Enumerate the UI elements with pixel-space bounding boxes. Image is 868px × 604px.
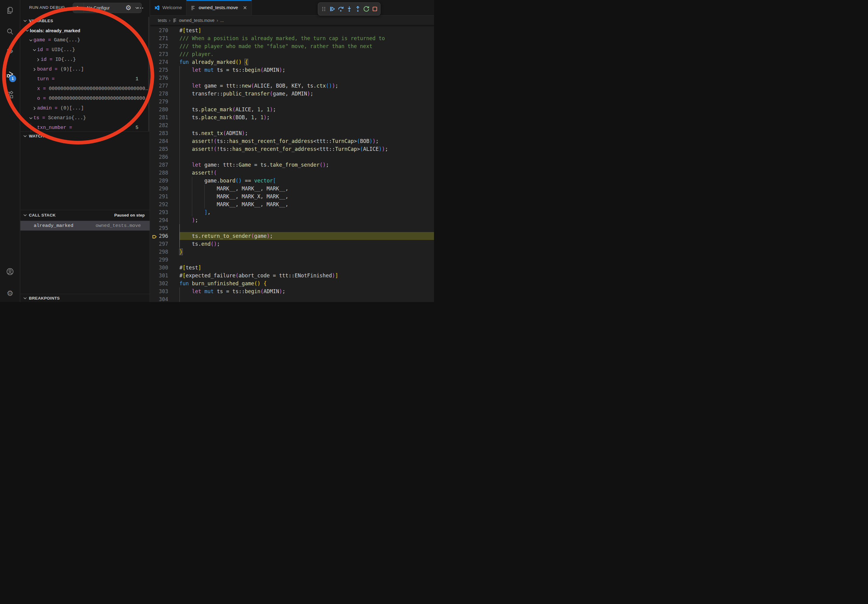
gutter[interactable]: 270	[150, 26, 180, 34]
breadcrumb-item[interactable]: tests	[158, 18, 167, 23]
gutter[interactable]: 295	[150, 224, 180, 232]
code-line-275[interactable]: 275 let mut ts = ts::begin(ADMIN);	[150, 66, 434, 74]
close-icon[interactable]	[243, 5, 247, 10]
activity-item-accounts[interactable]	[0, 264, 20, 280]
variable-row-board[interactable]: board = (9)[...]	[20, 65, 150, 74]
chevron-right-icon[interactable]	[35, 57, 41, 62]
code-line-278[interactable]: 278 transfer::public_transfer(game, ADMI…	[150, 90, 434, 98]
gutter[interactable]: 301	[150, 272, 180, 279]
code-line-280[interactable]: 280 ts.place_mark(ALICE, 1, 1);	[150, 105, 434, 113]
variable-row-x[interactable]: x = 000000000000000000000000000000000000…	[20, 84, 150, 94]
code-line-271[interactable]: 271/// When a position is already marked…	[150, 34, 434, 42]
variables-scope-row[interactable]: locals: already_marked	[20, 26, 150, 35]
code-line-296[interactable]: 296 ts.return_to_sender(game);	[150, 232, 434, 240]
restart-button[interactable]	[362, 4, 370, 14]
gutter[interactable]: 280	[150, 105, 180, 113]
gutter[interactable]: 290	[150, 184, 180, 192]
code-line-290[interactable]: 290 MARK__, MARK__, MARK__,	[150, 184, 434, 192]
section-header-call-stack[interactable]: CALL STACK Paused on step	[20, 210, 150, 220]
code-line-304[interactable]: 304	[150, 295, 434, 302]
activity-item-extensions[interactable]	[0, 88, 20, 104]
gutter[interactable]: 304	[150, 295, 180, 302]
code-text[interactable]: ],	[180, 208, 434, 216]
code-text[interactable]: }	[180, 248, 434, 256]
code-text[interactable]: /// player.	[180, 50, 434, 58]
more-actions-icon[interactable]: ⋯	[136, 4, 144, 12]
activity-item-run-and-debug[interactable]: 1	[0, 67, 20, 83]
gutter[interactable]: 275	[150, 66, 180, 74]
gutter[interactable]: 296	[150, 232, 180, 240]
code-line-286[interactable]: 286	[150, 153, 434, 161]
gutter[interactable]: 303	[150, 287, 180, 295]
gutter[interactable]: 292	[150, 200, 180, 208]
code-text[interactable]: #[test]	[180, 26, 434, 34]
code-text[interactable]: /// the player who made the "false" move…	[180, 42, 434, 50]
code-text[interactable]	[180, 74, 434, 82]
continue-button[interactable]	[328, 4, 336, 14]
code-line-298[interactable]: 298}	[150, 248, 434, 256]
variable-row-turn[interactable]: turn = 1	[20, 74, 150, 84]
gutter[interactable]: 279	[150, 98, 180, 105]
code-text[interactable]: #[test]	[180, 264, 434, 272]
code-line-272[interactable]: 272/// the player who made the "false" m…	[150, 42, 434, 50]
gutter[interactable]: 282	[150, 121, 180, 129]
breadcrumb-item[interactable]: owned_tests.move	[173, 18, 215, 23]
section-header-breakpoints[interactable]: BREAKPOINTS	[20, 294, 150, 302]
activity-item-search[interactable]	[0, 24, 20, 40]
sidebar-scrollbar[interactable]	[148, 17, 149, 132]
gutter[interactable]: 272	[150, 42, 180, 50]
code-text[interactable]: MARK__, MARK_X, MARK__,	[180, 192, 434, 200]
code-line-292[interactable]: 292 MARK__, MARK__, MARK__,	[150, 200, 434, 208]
section-header-variables[interactable]: VARIABLES	[20, 16, 150, 25]
code-line-299[interactable]: 299	[150, 256, 434, 264]
gutter[interactable]: 281	[150, 113, 180, 121]
gutter[interactable]: 302	[150, 279, 180, 287]
gutter[interactable]: 299	[150, 256, 180, 264]
stop-button[interactable]	[371, 4, 379, 14]
code-line-274[interactable]: 274fun already_marked() {	[150, 58, 434, 66]
code-text[interactable]: /// When a position is already marked, t…	[180, 34, 434, 42]
code-text[interactable]: transfer::public_transfer(game, ADMIN);	[180, 90, 434, 98]
code-line-302[interactable]: 302fun burn_unfinished_game() {	[150, 279, 434, 287]
gutter[interactable]: 300	[150, 264, 180, 272]
code-line-293[interactable]: 293 ],	[150, 208, 434, 216]
gutter[interactable]: 297	[150, 240, 180, 248]
gutter[interactable]: 271	[150, 34, 180, 42]
gutter[interactable]: 291	[150, 192, 180, 200]
code-text[interactable]	[180, 153, 434, 161]
variable-row-ts[interactable]: ts = Scenario{...}	[20, 113, 150, 123]
step-out-button[interactable]	[354, 4, 362, 14]
gutter[interactable]: 284	[150, 137, 180, 145]
code-text[interactable]: ts.next_tx(ADMIN);	[180, 129, 434, 137]
code-line-303[interactable]: 303 let mut ts = ts::begin(ADMIN);	[150, 287, 434, 295]
gutter[interactable]: 276	[150, 74, 180, 82]
gutter[interactable]: 278	[150, 90, 180, 98]
code-line-281[interactable]: 281 ts.place_mark(BOB, 1, 1);	[150, 113, 434, 121]
code-text[interactable]: ts.end();	[180, 240, 434, 248]
breadcrumb-item[interactable]: ...	[220, 18, 224, 23]
activity-item-source-control[interactable]	[0, 45, 20, 61]
code-text[interactable]: MARK__, MARK__, MARK__,	[180, 184, 434, 192]
code-line-289[interactable]: 289 game.board() == vector[	[150, 177, 434, 184]
gutter[interactable]: 277	[150, 82, 180, 90]
code-line-301[interactable]: 301#[expected_failure(abort_code = ttt::…	[150, 272, 434, 279]
code-text[interactable]: ts.place_mark(BOB, 1, 1);	[180, 113, 434, 121]
code-text[interactable]	[180, 256, 434, 264]
code-text[interactable]: fun already_marked() {	[180, 58, 434, 66]
variable-row-id[interactable]: id = UID{...}	[20, 45, 150, 55]
code-text[interactable]: assert!(	[180, 169, 434, 177]
gutter[interactable]: 289	[150, 177, 180, 184]
code-text[interactable]: let mut ts = ts::begin(ADMIN);	[180, 287, 434, 295]
code-line-294[interactable]: 294 );	[150, 216, 434, 224]
code-text[interactable]: );	[180, 216, 434, 224]
chevron-down-icon[interactable]	[28, 116, 33, 121]
start-debugging-icon[interactable]	[73, 3, 84, 13]
code-line-273[interactable]: 273/// player.	[150, 50, 434, 58]
chevron-down-icon[interactable]	[28, 38, 33, 43]
code-text[interactable]: let mut ts = ts::begin(ADMIN);	[180, 66, 434, 74]
gear-icon[interactable]: ⚙︎	[124, 4, 132, 12]
gutter[interactable]: 283	[150, 129, 180, 137]
code-line-288[interactable]: 288 assert!(	[150, 169, 434, 177]
gutter[interactable]: 287	[150, 161, 180, 169]
step-over-button[interactable]	[337, 4, 344, 14]
